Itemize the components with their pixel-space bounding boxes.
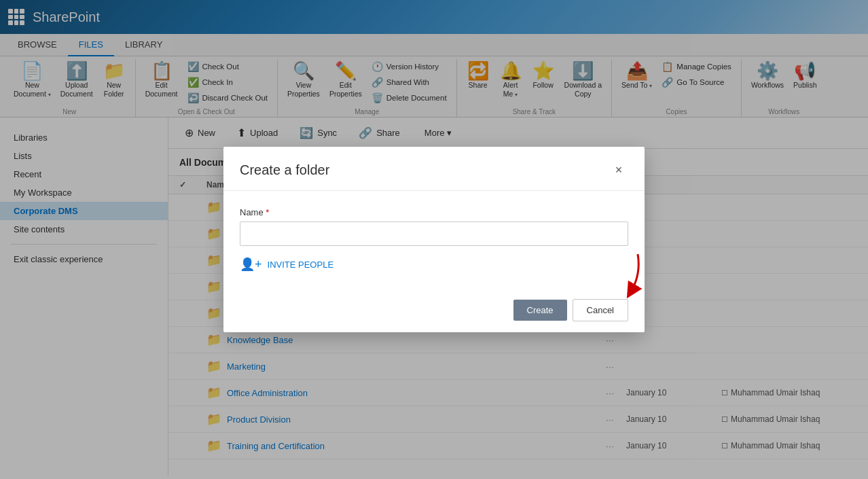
folder-name-input[interactable] [240,221,628,246]
field-label: Name * [240,207,628,217]
invite-icon: 👤+ [240,257,262,272]
create-button[interactable]: Create [513,300,567,321]
modal-overlay: Create a folder × Name * 👤+ INVITE PEOPL… [0,0,868,479]
modal-close-button[interactable]: × [609,160,628,179]
modal-body: Name * 👤+ INVITE PEOPLE [223,191,645,288]
invite-people-button[interactable]: 👤+ INVITE PEOPLE [240,257,628,272]
create-folder-modal: Create a folder × Name * 👤+ INVITE PEOPL… [223,147,645,332]
invite-label: INVITE PEOPLE [268,260,334,270]
modal-footer: Create Cancel [223,288,645,332]
modal-header: Create a folder × [223,147,645,191]
modal-title: Create a folder [240,162,329,178]
cancel-button[interactable]: Cancel [573,299,628,321]
required-indicator: * [266,207,269,217]
close-icon: × [615,163,623,177]
arrow-indicator [597,247,651,302]
